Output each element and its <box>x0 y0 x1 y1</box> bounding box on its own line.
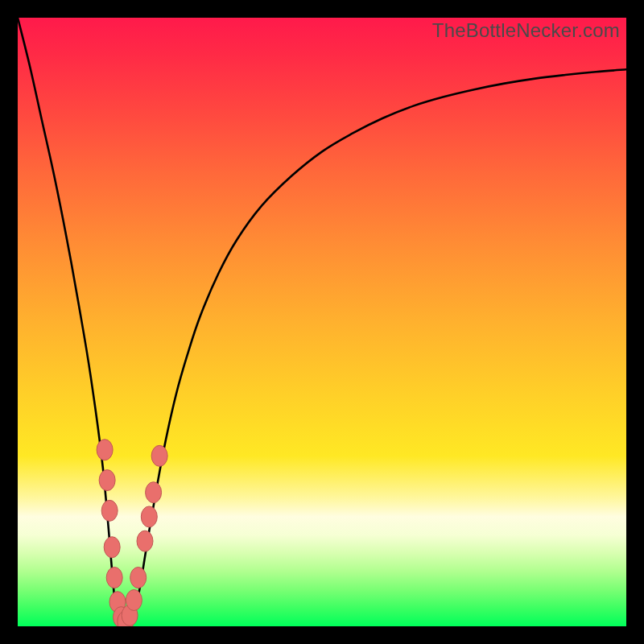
curve-marker <box>106 568 122 588</box>
curve-marker <box>97 440 113 460</box>
curve-marker <box>130 568 147 588</box>
curve-marker <box>141 506 157 527</box>
curve-marker <box>151 445 167 466</box>
curve-marker <box>104 537 120 558</box>
outer-frame: TheBottleNecker.com <box>0 0 644 644</box>
plot-area: TheBottleNecker.com <box>18 18 626 626</box>
curve-marker <box>101 500 118 521</box>
curve-marker <box>137 530 153 551</box>
curve-marker <box>126 589 142 610</box>
watermark-text: TheBottleNecker.com <box>432 19 620 42</box>
curve-svg <box>18 18 626 626</box>
curve-markers <box>97 440 167 626</box>
curve-marker <box>99 470 115 491</box>
curve-marker <box>146 482 162 503</box>
bottleneck-curve <box>18 18 626 624</box>
